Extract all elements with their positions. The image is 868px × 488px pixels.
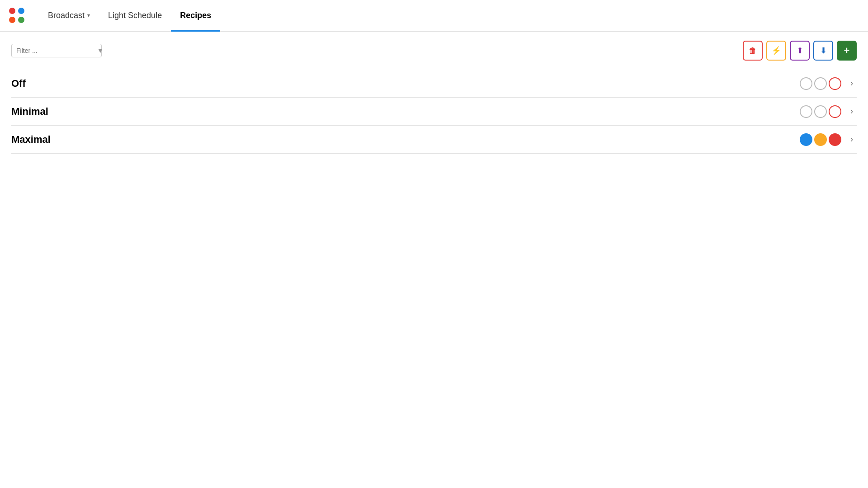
main-content: ▼ 🗑 ⚡ ⬆ ⬇ + Off (0, 32, 868, 163)
chevron-expand-minimal[interactable]: › (847, 105, 857, 118)
upload-icon: ⬆ (797, 46, 803, 56)
nav: Broadcast ▾ Light Schedule Recipes (39, 0, 220, 31)
circle-off-1 (800, 77, 812, 90)
recipe-row-maximal[interactable]: Maximal › (11, 126, 857, 154)
dot-green (18, 17, 24, 23)
nav-broadcast[interactable]: Broadcast ▾ (39, 0, 99, 32)
circle-off-2 (814, 77, 827, 90)
circle-minimal-3 (829, 105, 841, 118)
recipe-right-minimal: › (800, 105, 857, 118)
nav-light-schedule-label: Light Schedule (108, 11, 162, 20)
toolbar-actions: 🗑 ⚡ ⬆ ⬇ + (743, 41, 857, 61)
recipe-row-off[interactable]: Off › (11, 70, 857, 98)
dot-blue (18, 8, 24, 14)
upload-button[interactable]: ⬆ (790, 41, 810, 61)
trash-icon: 🗑 (749, 46, 757, 56)
download-button[interactable]: ⬇ (813, 41, 833, 61)
nav-light-schedule[interactable]: Light Schedule (99, 0, 171, 32)
delete-button[interactable]: 🗑 (743, 41, 763, 61)
logo-dots (9, 8, 25, 24)
dot-red (9, 8, 15, 14)
color-circles-off (800, 77, 841, 90)
plus-icon: + (844, 45, 850, 56)
color-circles-minimal (800, 105, 841, 118)
recipe-name-minimal: Minimal (11, 106, 48, 117)
circle-minimal-2 (814, 105, 827, 118)
filter-icon: ▼ (97, 47, 104, 54)
recipe-list: Off › Minimal › (11, 70, 857, 154)
nav-broadcast-label: Broadcast (48, 11, 85, 20)
flash-button[interactable]: ⚡ (766, 41, 786, 61)
color-circles-maximal (800, 133, 841, 146)
filter-input[interactable] (16, 47, 95, 54)
bolt-icon: ⚡ (771, 46, 781, 56)
chevron-down-icon: ▾ (87, 12, 90, 19)
recipe-name-maximal: Maximal (11, 134, 51, 145)
nav-recipes-label: Recipes (180, 11, 211, 20)
circle-off-3 (829, 77, 841, 90)
recipe-row-minimal[interactable]: Minimal › (11, 98, 857, 126)
nav-recipes[interactable]: Recipes (171, 0, 220, 32)
filter-input-wrap[interactable]: ▼ (11, 44, 102, 57)
circle-maximal-3 (829, 133, 841, 146)
topbar: Broadcast ▾ Light Schedule Recipes (0, 0, 868, 32)
circle-maximal-1 (800, 133, 812, 146)
add-button[interactable]: + (837, 41, 857, 61)
dot-orange (9, 17, 15, 23)
download-icon: ⬇ (820, 46, 827, 56)
toolbar: ▼ 🗑 ⚡ ⬆ ⬇ + (11, 41, 857, 61)
recipe-right-maximal: › (800, 133, 857, 146)
circle-minimal-1 (800, 105, 812, 118)
recipe-right-off: › (800, 77, 857, 90)
chevron-expand-off[interactable]: › (847, 77, 857, 90)
logo (9, 8, 25, 24)
circle-maximal-2 (814, 133, 827, 146)
recipe-name-off: Off (11, 78, 26, 89)
chevron-expand-maximal[interactable]: › (847, 133, 857, 146)
